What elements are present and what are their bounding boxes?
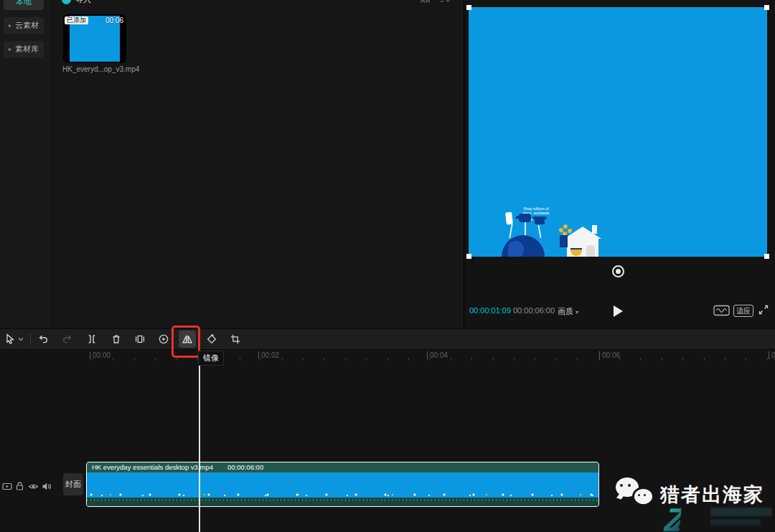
freeze-frame-button[interactable]	[131, 331, 149, 348]
waveform-preview-icon[interactable]	[713, 305, 730, 316]
sidebar-item-cloud[interactable]: ▸ 云素材	[4, 17, 44, 34]
wechat-icon	[616, 478, 656, 509]
current-timecode: 00:00:01:09	[469, 306, 511, 315]
timeline-clip[interactable]: HK everyday essentials desktop v3.mp400:…	[86, 462, 599, 507]
play-button[interactable]	[614, 305, 623, 317]
import-button[interactable]: 导入	[75, 0, 91, 5]
clip-header: HK everyday essentials desktop v3.mp400:…	[87, 462, 598, 472]
mute-icon[interactable]	[42, 482, 52, 491]
sidebar-item-label: 云素材	[15, 20, 39, 31]
clip-duration: 00:00:06:00	[227, 463, 263, 471]
timeline-panel: 00:00 00:02 00:04 00:06 00:08 封面 HK ever…	[0, 350, 775, 532]
video-editor-window: 本地 ▸ 云素材 ▸ 素材库 导入 已添加 00:06 HK_everyd...…	[0, 0, 775, 532]
media-item-thumbnail[interactable]: 已添加 00:06	[63, 14, 126, 63]
toolbar-divider	[30, 333, 31, 345]
timeline-toolbar	[0, 328, 775, 350]
sidebar-item-library[interactable]: ▸ 素材库	[4, 41, 44, 57]
video-graphic-kettle	[519, 214, 531, 222]
media-sidebar: 本地 ▸ 云素材 ▸ 素材库	[0, 0, 52, 328]
media-duration: 00:06	[105, 16, 123, 24]
sidebar-item-label: 素材库	[15, 44, 39, 54]
chevron-right-icon: ▸	[9, 46, 11, 52]
selection-handle[interactable]	[764, 254, 769, 259]
fullscreen-icon[interactable]	[758, 304, 769, 315]
chevron-down-icon: ▾	[576, 309, 578, 315]
cover-button[interactable]: 封面	[63, 473, 83, 495]
media-filename: HK_everyd...op_v3.mp4	[62, 65, 139, 73]
clip-filmstrip	[87, 472, 598, 498]
selection-handle[interactable]	[466, 254, 471, 259]
chevron-right-icon: ▸	[9, 22, 11, 29]
fit-button[interactable]: 适应	[733, 305, 753, 317]
added-badge: 已添加	[65, 16, 88, 24]
mirror-tooltip: 镜像	[198, 351, 224, 366]
import-status-icon	[62, 0, 71, 4]
video-graphic-house	[562, 227, 603, 257]
crop-button[interactable]	[227, 331, 244, 348]
ruler-ticks	[92, 358, 775, 361]
selection-handle[interactable]	[466, 5, 471, 10]
delete-button[interactable]	[108, 331, 125, 348]
redo-button[interactable]	[59, 331, 76, 348]
preview-panel: Shop millions of items, worldwide ↙ 00:0…	[464, 0, 775, 328]
watermark-logo: ZZ	[664, 503, 775, 532]
mirror-button[interactable]	[179, 331, 196, 348]
main-track-icon[interactable]	[2, 482, 12, 491]
sidebar-item-label: 本地	[16, 0, 32, 7]
quality-dropdown[interactable]: 画质▾	[558, 306, 578, 317]
video-graphic-phone	[505, 212, 513, 225]
watermark-glyph: ZZ	[662, 500, 682, 532]
split-button[interactable]	[83, 331, 100, 348]
video-graphic-shirt	[535, 217, 545, 224]
preview-canvas[interactable]: Shop millions of items, worldwide ↙	[469, 7, 767, 257]
lock-icon[interactable]	[15, 481, 24, 491]
media-panel: 导入 已添加 00:06 HK_everyd...op_v3.mp4	[52, 0, 464, 328]
sidebar-item-local[interactable]: 本地	[4, 0, 44, 10]
selection-handle[interactable]	[764, 5, 769, 10]
undo-button[interactable]	[34, 331, 52, 348]
grid-view-icon[interactable]	[421, 0, 430, 3]
clip-name: HK everyday essentials desktop v3.mp4	[92, 463, 213, 471]
visibility-icon[interactable]	[28, 483, 39, 490]
select-tool-chevron-icon[interactable]	[16, 331, 26, 348]
clip-audio-waveform	[87, 498, 598, 506]
video-graphic-globe	[502, 235, 545, 257]
preview-controls: 00:00:01:09 00:00:06:00 画质▾ 适应	[464, 301, 775, 323]
anchor-point-icon[interactable]	[612, 265, 624, 277]
reverse-button[interactable]	[155, 331, 172, 348]
playhead[interactable]	[199, 350, 200, 532]
total-duration: 00:00:06:00	[513, 306, 555, 315]
sort-icon[interactable]	[440, 0, 450, 3]
rotate-button[interactable]	[203, 331, 220, 348]
